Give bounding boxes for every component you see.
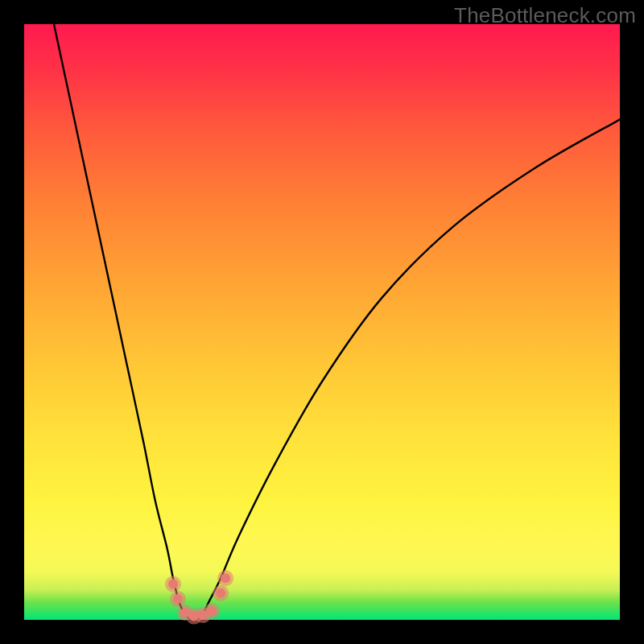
- marker-right-lower-core: [216, 588, 225, 598]
- chart-frame: TheBottleneck.com: [0, 0, 644, 644]
- plot-area: [24, 24, 620, 620]
- marker-right-upper-core: [221, 573, 230, 583]
- marker-left-lower-core: [173, 594, 183, 604]
- marker-group: [165, 570, 233, 624]
- curve-layer: [24, 24, 620, 620]
- bottleneck-curve: [54, 24, 620, 621]
- marker-bottom-4-core: [207, 606, 217, 616]
- marker-left-upper-core: [168, 580, 178, 589]
